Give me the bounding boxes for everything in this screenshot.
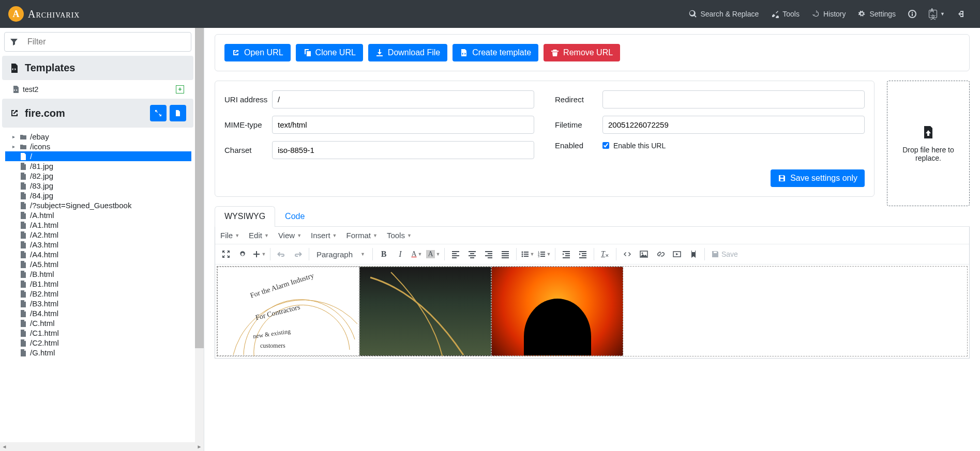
file-icon [20, 192, 28, 199]
tab-code[interactable]: Code [275, 206, 314, 226]
redirect-input[interactable] [602, 90, 865, 108]
file-icon [20, 212, 28, 219]
scroll-right-icon[interactable]: ► [195, 442, 204, 451]
tree-folder[interactable]: ▸/ebay [5, 132, 191, 142]
nav-tools[interactable]: Tools [765, 6, 806, 22]
tree-file[interactable]: / [5, 151, 191, 161]
tree-file[interactable]: /C1.html [5, 328, 191, 338]
add-icon[interactable]: ▼ [251, 246, 267, 262]
tree-label: /A4.html [30, 250, 58, 259]
mime-input[interactable] [272, 116, 534, 134]
enable-text: Enable this URL [613, 142, 666, 150]
italic-icon[interactable]: I [393, 246, 408, 262]
tree-file[interactable]: /A4.html [5, 250, 191, 259]
tree-file[interactable]: /C2.html [5, 338, 191, 348]
anchor-save-icon[interactable] [686, 246, 701, 262]
redirect-label: Redirect [555, 95, 602, 104]
add-template-icon[interactable]: + [176, 85, 184, 94]
nav-search-replace[interactable]: Search & Replace [683, 6, 765, 22]
open-url-button[interactable]: Open URL [224, 44, 291, 61]
tree-file[interactable]: /B4.html [5, 308, 191, 318]
indent-icon[interactable] [575, 246, 591, 262]
align-right-icon[interactable] [481, 246, 496, 262]
tree-file[interactable]: /83.jpg [5, 181, 191, 191]
fullscreen-icon[interactable] [218, 246, 234, 262]
settings-icon[interactable] [235, 246, 250, 262]
tree-file[interactable]: /A.html [5, 210, 191, 220]
tab-wysiwyg[interactable]: WYSIWYG [215, 206, 275, 227]
align-center-icon[interactable] [464, 246, 480, 262]
paragraph-select[interactable]: Paragraph▼ [312, 248, 369, 261]
nav-settings[interactable]: Settings [852, 6, 902, 22]
tree-file[interactable]: /B2.html [5, 289, 191, 299]
filetime-input[interactable] [602, 116, 865, 134]
tree-file[interactable]: /A1.html [5, 220, 191, 230]
tree-file[interactable]: /B1.html [5, 279, 191, 289]
scroll-left-icon[interactable]: ◄ [0, 442, 9, 451]
tree-file[interactable]: /G.html [5, 348, 191, 357]
nav-history[interactable]: History [806, 6, 852, 22]
tree-file[interactable]: /82.jpg [5, 171, 191, 181]
tree-file[interactable]: /A3.html [5, 240, 191, 250]
vertical-scrollbar[interactable] [195, 28, 204, 442]
menu-format[interactable]: Format▼ [346, 231, 377, 240]
filter-input[interactable] [23, 34, 191, 50]
bold-icon[interactable]: B [376, 246, 391, 262]
file-icon [20, 222, 28, 229]
new-file-button[interactable] [170, 105, 186, 121]
menu-edit[interactable]: Edit▼ [249, 231, 269, 240]
menu-view[interactable]: View▼ [278, 231, 301, 240]
download-icon [375, 49, 384, 57]
bg-color-icon[interactable]: A▼ [426, 246, 441, 262]
tree-file[interactable]: /A5.html [5, 259, 191, 269]
create-template-button[interactable]: Create template [453, 44, 538, 61]
templates-header[interactable]: Templates [2, 56, 193, 80]
image-icon[interactable] [636, 246, 652, 262]
site-header[interactable]: fire.com [2, 99, 193, 128]
brand[interactable]: A Archivarix [8, 6, 80, 22]
tree-file[interactable]: /B3.html [5, 299, 191, 308]
tree-file[interactable]: /B.html [5, 269, 191, 279]
menu-insert[interactable]: Insert▼ [311, 231, 337, 240]
number-list-icon[interactable]: 123▼ [536, 246, 552, 262]
redo-icon[interactable] [290, 246, 306, 262]
tree-folder[interactable]: ▸/icons [5, 142, 191, 151]
tree-file[interactable]: /A2.html [5, 230, 191, 240]
remove-url-button[interactable]: Remove URL [544, 44, 620, 61]
charset-input[interactable] [272, 141, 534, 159]
menu-file[interactable]: File▼ [220, 231, 239, 240]
nav-logout[interactable] [951, 6, 972, 22]
tree-file[interactable]: /?subject=Signed_Guestbook [5, 200, 191, 210]
outdent-icon[interactable] [559, 246, 574, 262]
tree-file[interactable]: /84.jpg [5, 191, 191, 200]
template-item[interactable]: test2 + [0, 83, 191, 99]
code-icon[interactable] [620, 246, 635, 262]
media-icon[interactable] [669, 246, 685, 262]
tree-label: /G.html [30, 348, 55, 357]
tree-file[interactable]: /C.html [5, 318, 191, 328]
align-left-icon[interactable] [448, 246, 463, 262]
nav-language[interactable]: A文 ▼ [923, 6, 951, 22]
bullet-list-icon[interactable]: ▼ [520, 246, 535, 262]
expand-button[interactable] [150, 105, 167, 121]
nav-info[interactable] [902, 6, 923, 22]
text-color-icon[interactable]: A▼ [409, 246, 425, 262]
link-icon[interactable] [653, 246, 668, 262]
nav-label: Search & Replace [700, 10, 759, 18]
save-settings-button[interactable]: Save settings only [771, 169, 865, 187]
tools-icon [771, 10, 779, 18]
svg-point-5 [521, 254, 523, 255]
align-justify-icon[interactable] [497, 246, 513, 262]
drop-text: Drop file here to replace. [893, 146, 964, 162]
clear-format-icon[interactable]: T✕ [597, 246, 613, 262]
download-file-button[interactable]: Download File [368, 44, 447, 61]
menu-tools[interactable]: Tools▼ [387, 231, 412, 240]
undo-icon[interactable] [274, 246, 289, 262]
horizontal-scrollbar[interactable]: ◄ ► [0, 442, 204, 451]
uri-input[interactable] [272, 90, 534, 108]
clone-url-button[interactable]: Clone URL [296, 44, 363, 61]
tree-file[interactable]: /81.jpg [5, 161, 191, 171]
drop-zone[interactable]: Drop file here to replace. [887, 81, 970, 206]
editor-body[interactable]: For the Alarm Industry For Contractors n… [217, 266, 968, 356]
enable-checkbox[interactable] [602, 142, 609, 149]
